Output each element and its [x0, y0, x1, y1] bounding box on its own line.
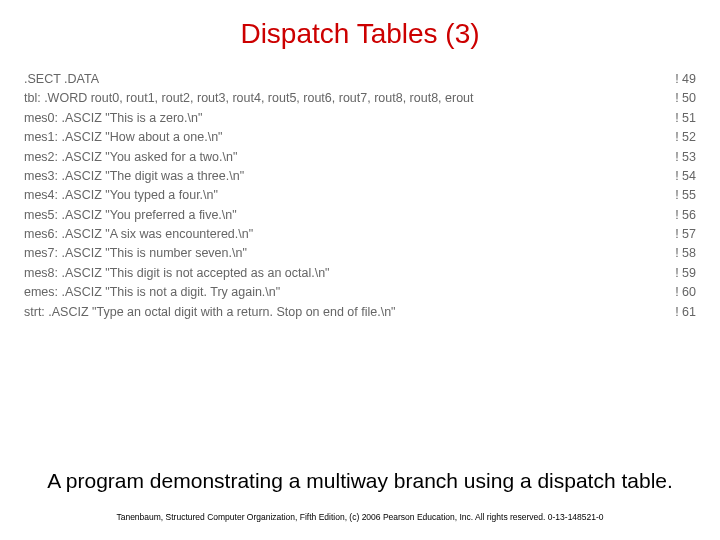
- code-text: mes6: .ASCIZ "A six was encountered.\n": [24, 225, 667, 244]
- code-text: mes8: .ASCIZ "This digit is not accepted…: [24, 264, 667, 283]
- copyright-footer: Tanenbaum, Structured Computer Organizat…: [0, 512, 720, 522]
- code-text: mes3: .ASCIZ "The digit was a three.\n": [24, 167, 667, 186]
- code-row: mes5: .ASCIZ "You preferred a five.\n"! …: [24, 206, 696, 225]
- code-text: strt: .ASCIZ "Type an octal digit with a…: [24, 303, 667, 322]
- code-row: mes7: .ASCIZ "This is number seven.\n"! …: [24, 244, 696, 263]
- line-number: ! 56: [667, 206, 696, 225]
- code-text: mes0: .ASCIZ "This is a zero.\n": [24, 109, 667, 128]
- slide-caption: A program demonstrating a multiway branc…: [0, 468, 720, 494]
- code-row: mes6: .ASCIZ "A six was encountered.\n"!…: [24, 225, 696, 244]
- code-text: mes2: .ASCIZ "You asked for a two.\n": [24, 148, 667, 167]
- line-number: ! 59: [667, 264, 696, 283]
- code-row: strt: .ASCIZ "Type an octal digit with a…: [24, 303, 696, 322]
- code-row: mes1: .ASCIZ "How about a one.\n"! 52: [24, 128, 696, 147]
- code-row: .SECT .DATA! 49: [24, 70, 696, 89]
- code-text: tbl: .WORD rout0, rout1, rout2, rout3, r…: [24, 89, 667, 108]
- code-row: mes4: .ASCIZ "You typed a four.\n"! 55: [24, 186, 696, 205]
- code-row: mes2: .ASCIZ "You asked for a two.\n"! 5…: [24, 148, 696, 167]
- code-row: mes0: .ASCIZ "This is a zero.\n"! 51: [24, 109, 696, 128]
- line-number: ! 58: [667, 244, 696, 263]
- code-text: mes4: .ASCIZ "You typed a four.\n": [24, 186, 667, 205]
- line-number: ! 61: [667, 303, 696, 322]
- line-number: ! 55: [667, 186, 696, 205]
- line-number: ! 52: [667, 128, 696, 147]
- line-number: ! 57: [667, 225, 696, 244]
- line-number: ! 60: [667, 283, 696, 302]
- code-row: emes: .ASCIZ "This is not a digit. Try a…: [24, 283, 696, 302]
- line-number: ! 53: [667, 148, 696, 167]
- code-listing: .SECT .DATA! 49 tbl: .WORD rout0, rout1,…: [24, 70, 696, 322]
- code-row: mes3: .ASCIZ "The digit was a three.\n"!…: [24, 167, 696, 186]
- line-number: ! 54: [667, 167, 696, 186]
- line-number: ! 49: [667, 70, 696, 89]
- code-text: mes5: .ASCIZ "You preferred a five.\n": [24, 206, 667, 225]
- code-row: mes8: .ASCIZ "This digit is not accepted…: [24, 264, 696, 283]
- line-number: ! 51: [667, 109, 696, 128]
- code-text: mes7: .ASCIZ "This is number seven.\n": [24, 244, 667, 263]
- code-row: tbl: .WORD rout0, rout1, rout2, rout3, r…: [24, 89, 696, 108]
- code-text: .SECT .DATA: [24, 70, 667, 89]
- line-number: ! 50: [667, 89, 696, 108]
- code-text: emes: .ASCIZ "This is not a digit. Try a…: [24, 283, 667, 302]
- slide-title: Dispatch Tables (3): [0, 0, 720, 60]
- code-text: mes1: .ASCIZ "How about a one.\n": [24, 128, 667, 147]
